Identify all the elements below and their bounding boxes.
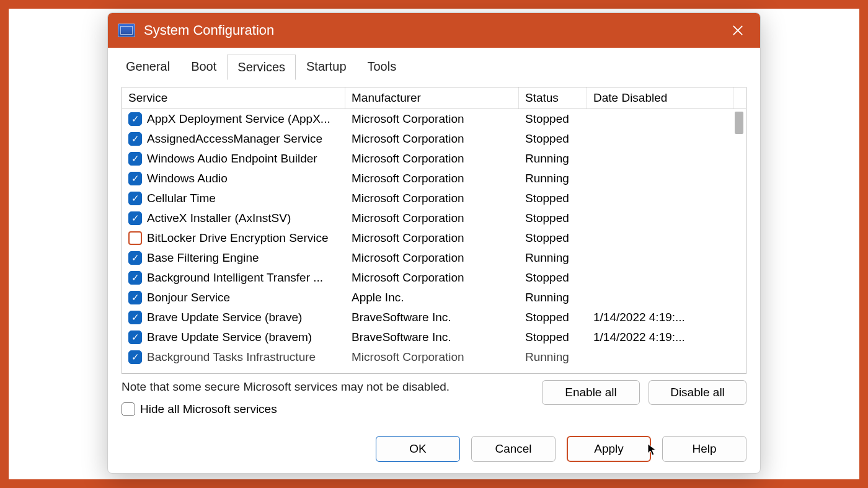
service-date-disabled bbox=[587, 197, 733, 200]
system-configuration-dialog: System Configuration General Boot Servic… bbox=[107, 12, 761, 474]
service-manufacturer: Microsoft Corporation bbox=[345, 210, 519, 226]
service-manufacturer: Microsoft Corporation bbox=[345, 151, 519, 167]
service-checkbox[interactable]: ✓ bbox=[128, 311, 142, 324]
table-header: Service Manufacturer Status Date Disable… bbox=[122, 87, 746, 109]
service-status: Stopped bbox=[519, 270, 587, 286]
tab-general[interactable]: General bbox=[115, 54, 180, 79]
service-status: Stopped bbox=[519, 309, 587, 326]
table-row[interactable]: BitLocker Drive Encryption ServiceMicros… bbox=[122, 228, 746, 248]
service-checkbox[interactable]: ✓ bbox=[128, 192, 142, 205]
table-row[interactable]: ✓Background Intelligent Transfer ...Micr… bbox=[122, 268, 746, 288]
table-row[interactable]: ✓Brave Update Service (brave)BraveSoftwa… bbox=[122, 308, 746, 327]
note-text: Note that some secure Microsoft services… bbox=[122, 380, 450, 394]
service-status: Running bbox=[519, 290, 587, 306]
service-manufacturer: Microsoft Corporation bbox=[345, 250, 519, 266]
service-status: Running bbox=[519, 151, 587, 167]
table-row[interactable]: ✓Windows Audio Endpoint BuilderMicrosoft… bbox=[122, 149, 746, 169]
service-date-disabled bbox=[587, 157, 733, 160]
service-checkbox[interactable]: ✓ bbox=[128, 132, 142, 146]
service-name: Brave Update Service (brave) bbox=[147, 311, 302, 324]
service-name: Brave Update Service (bravem) bbox=[147, 331, 312, 344]
service-date-disabled bbox=[587, 356, 733, 358]
col-manufacturer[interactable]: Manufacturer bbox=[345, 87, 519, 109]
table-row[interactable]: ✓Base Filtering EngineMicrosoft Corporat… bbox=[122, 248, 746, 268]
col-service[interactable]: Service bbox=[122, 87, 345, 109]
service-name: Background Tasks Infrastructure bbox=[147, 350, 316, 364]
service-name: AssignedAccessManager Service bbox=[147, 132, 322, 146]
table-row[interactable]: ✓ActiveX Installer (AxInstSV)Microsoft C… bbox=[122, 208, 746, 228]
table-row[interactable]: ✓Brave Update Service (bravem)BraveSoftw… bbox=[122, 327, 746, 347]
enable-all-button[interactable]: Enable all bbox=[542, 380, 640, 405]
dialog-footer: OK Cancel Apply Help bbox=[108, 425, 760, 473]
service-name: Windows Audio Endpoint Builder bbox=[147, 152, 317, 166]
service-name: AppX Deployment Service (AppX... bbox=[147, 112, 330, 126]
service-date-disabled bbox=[587, 277, 733, 279]
service-date-disabled bbox=[587, 237, 733, 239]
disable-all-button[interactable]: Disable all bbox=[649, 380, 746, 405]
service-name: BitLocker Drive Encryption Service bbox=[147, 231, 329, 245]
service-manufacturer: Microsoft Corporation bbox=[345, 349, 519, 365]
service-checkbox[interactable]: ✓ bbox=[128, 172, 142, 185]
table-row[interactable]: ✓Cellular TimeMicrosoft CorporationStopp… bbox=[122, 189, 746, 208]
table-row[interactable]: ✓AssignedAccessManager ServiceMicrosoft … bbox=[122, 129, 746, 149]
service-checkbox[interactable]: ✓ bbox=[128, 112, 142, 126]
table-row[interactable]: ✓Windows AudioMicrosoft CorporationRunni… bbox=[122, 169, 746, 189]
help-button[interactable]: Help bbox=[662, 436, 746, 462]
service-status: Running bbox=[519, 250, 587, 266]
service-name: Base Filtering Engine bbox=[147, 251, 259, 265]
ok-button[interactable]: OK bbox=[376, 436, 460, 462]
table-row[interactable]: ✓AppX Deployment Service (AppX...Microso… bbox=[122, 109, 746, 129]
service-checkbox[interactable]: ✓ bbox=[128, 211, 142, 225]
tab-services[interactable]: Services bbox=[227, 55, 296, 80]
service-checkbox[interactable]: ✓ bbox=[128, 271, 142, 285]
table-row[interactable]: ✓Background Tasks InfrastructureMicrosof… bbox=[122, 347, 746, 367]
service-checkbox[interactable]: ✓ bbox=[128, 251, 142, 265]
service-name: Background Intelligent Transfer ... bbox=[147, 271, 323, 285]
service-checkbox[interactable]: ✓ bbox=[128, 331, 142, 344]
service-manufacturer: Apple Inc. bbox=[345, 290, 519, 306]
service-date-disabled: 1/14/2022 4:19:... bbox=[587, 329, 733, 345]
app-icon bbox=[118, 24, 135, 37]
service-manufacturer: Microsoft Corporation bbox=[345, 230, 519, 246]
service-date-disabled bbox=[587, 257, 733, 259]
tab-tools[interactable]: Tools bbox=[357, 54, 407, 79]
service-date-disabled: 1/14/2022 4:19:... bbox=[587, 309, 733, 326]
service-status: Stopped bbox=[519, 210, 587, 226]
service-checkbox[interactable]: ✓ bbox=[128, 152, 142, 166]
service-manufacturer: Microsoft Corporation bbox=[345, 270, 519, 286]
service-date-disabled bbox=[587, 177, 733, 180]
tab-strip: General Boot Services Startup Tools bbox=[108, 48, 760, 79]
col-status[interactable]: Status bbox=[519, 87, 587, 109]
service-name: ActiveX Installer (AxInstSV) bbox=[147, 211, 291, 225]
hide-ms-services-label: Hide all Microsoft services bbox=[140, 402, 277, 416]
service-checkbox[interactable]: ✓ bbox=[128, 291, 142, 304]
service-manufacturer: BraveSoftware Inc. bbox=[345, 329, 519, 345]
table-row[interactable]: ✓Bonjour ServiceApple Inc.Running bbox=[122, 288, 746, 308]
tab-boot[interactable]: Boot bbox=[180, 54, 227, 79]
service-manufacturer: BraveSoftware Inc. bbox=[345, 309, 519, 326]
cancel-button[interactable]: Cancel bbox=[471, 436, 556, 462]
services-table: Service Manufacturer Status Date Disable… bbox=[122, 87, 746, 374]
service-checkbox[interactable] bbox=[128, 231, 142, 245]
service-checkbox[interactable]: ✓ bbox=[128, 350, 142, 364]
service-status: Running bbox=[519, 171, 587, 187]
service-name: Cellular Time bbox=[147, 192, 216, 205]
service-manufacturer: Microsoft Corporation bbox=[345, 171, 519, 187]
service-status: Stopped bbox=[519, 111, 587, 127]
col-date-disabled[interactable]: Date Disabled bbox=[587, 87, 733, 109]
service-status: Running bbox=[519, 349, 587, 365]
service-date-disabled bbox=[587, 138, 733, 140]
service-date-disabled bbox=[587, 118, 733, 120]
hide-ms-services-checkbox[interactable] bbox=[122, 402, 135, 416]
tab-startup[interactable]: Startup bbox=[296, 54, 356, 79]
service-date-disabled bbox=[587, 296, 733, 299]
close-icon[interactable] bbox=[725, 18, 750, 43]
apply-button[interactable]: Apply bbox=[567, 436, 651, 462]
service-status: Stopped bbox=[519, 329, 587, 345]
window-title: System Configuration bbox=[144, 22, 725, 38]
scrollbar-thumb[interactable] bbox=[735, 112, 743, 134]
service-status: Stopped bbox=[519, 131, 587, 147]
service-manufacturer: Microsoft Corporation bbox=[345, 190, 519, 206]
service-manufacturer: Microsoft Corporation bbox=[345, 111, 519, 127]
titlebar: System Configuration bbox=[108, 13, 760, 48]
